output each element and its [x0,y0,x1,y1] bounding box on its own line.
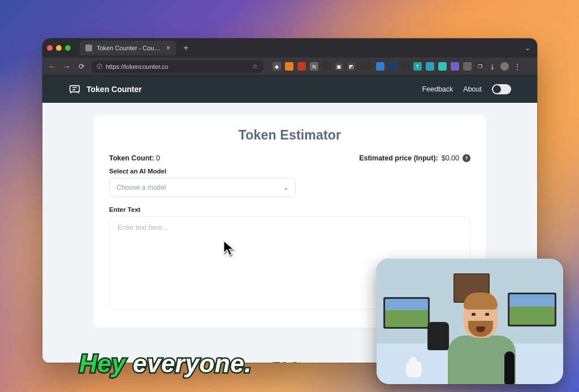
extension-icon[interactable] [451,62,459,71]
video-caption: Hey everyone. [79,350,252,378]
extension-icon[interactable]: T [413,62,422,71]
tab-title: Token Counter - Count Token [97,45,162,51]
svg-rect-0 [70,86,80,92]
extension-icon[interactable]: N [310,62,318,71]
extension-icon[interactable] [360,62,372,71]
price-value: $0.00 [442,154,459,162]
extension-icon[interactable] [285,62,293,71]
desktop-wallpaper: Token Counter - Count Token × + ⌄ ← → ⟳ … [0,0,579,392]
new-tab-button[interactable]: + [180,43,192,53]
downloads-icon[interactable]: ⭳ [488,62,496,71]
token-count-label: Token Count: [109,154,154,162]
extensions-menu-icon[interactable]: ❐ [476,62,484,71]
price-label: Estimated price (Input): [359,154,438,162]
extension-icon[interactable] [322,62,331,71]
token-count-value: 0 [156,154,160,162]
page-heading: Token Estimator [109,128,470,143]
tab-favicon [85,45,92,51]
extension-icon[interactable] [401,62,409,71]
text-input-label: Enter Text [109,206,470,213]
reload-button[interactable]: ⟳ [76,62,87,71]
maximize-window-button[interactable] [65,45,71,51]
model-select[interactable]: Choose a model ⌄ [109,178,296,197]
caption-word: everyone. [133,350,252,377]
extension-icon[interactable]: ▣ [335,62,343,71]
theme-toggle[interactable] [492,84,511,94]
site-header: Token Counter Feedback About [42,76,537,103]
extension-icon[interactable] [297,62,306,71]
url-field[interactable]: ⓘ https://tokencounter.co ☆ [91,60,263,73]
nav-about[interactable]: About [463,85,482,93]
profile-avatar[interactable] [500,62,509,71]
extension-icon[interactable] [388,62,397,71]
url-text: https://tokencounter.co [106,63,168,70]
extension-icon[interactable] [426,62,434,71]
bookmark-icon[interactable]: ☆ [252,63,258,70]
extension-icon[interactable]: ◩ [347,62,356,71]
extensions-area: ◆ N ▣ ◩ T ❐ ⭳ ⋮ [273,62,521,71]
close-window-button[interactable] [47,45,53,51]
tab-overflow-icon[interactable]: ⌄ [525,44,533,52]
close-tab-icon[interactable]: × [166,45,170,51]
nav-feedback[interactable]: Feedback [422,85,453,93]
site-info-icon[interactable]: ⓘ [97,63,102,71]
site-logo-icon [68,83,81,95]
address-bar: ← → ⟳ ⓘ https://tokencounter.co ☆ ◆ N ▣ … [42,58,537,76]
help-icon[interactable]: ? [463,154,470,162]
caption-word: Hey [79,350,126,377]
browser-tab[interactable]: Token Counter - Count Token × [80,41,176,55]
window-controls [47,45,71,51]
token-count: Token Count: 0 [109,154,160,162]
estimated-price: Estimated price (Input): $0.00 ? [359,154,470,162]
back-button[interactable]: ← [47,62,57,71]
minimize-window-button[interactable] [56,45,62,51]
chevron-down-icon: ⌄ [283,184,288,191]
extension-icon[interactable] [376,62,384,71]
model-select-placeholder: Choose a model [116,184,166,191]
forward-button[interactable]: → [62,62,72,71]
site-title: Token Counter [87,85,142,94]
model-select-label: Select an AI Model [109,168,470,175]
extension-icon[interactable] [438,62,447,71]
extension-icon[interactable]: ◆ [273,62,281,71]
tab-strip: Token Counter - Count Token × + ⌄ [42,38,537,58]
webcam-overlay [377,259,563,384]
extension-icon[interactable] [463,62,472,71]
browser-menu-icon[interactable]: ⋮ [513,62,521,71]
